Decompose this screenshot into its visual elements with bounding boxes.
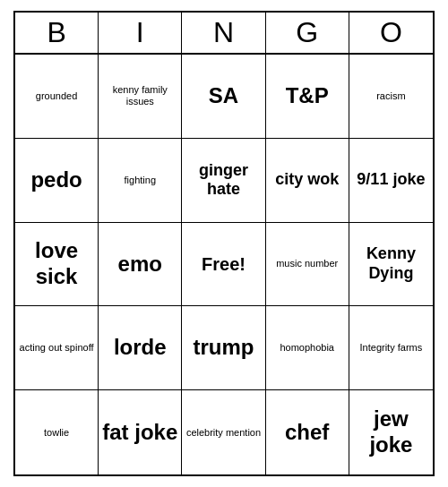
bingo-cell-21: fat joke bbox=[99, 390, 182, 474]
header-letter-g: G bbox=[266, 13, 349, 53]
header-letter-i: I bbox=[99, 13, 182, 53]
bingo-cell-12: Free! bbox=[182, 223, 265, 307]
bingo-cell-19: Integrity farms bbox=[349, 306, 433, 390]
bingo-cell-18: homophobia bbox=[266, 306, 349, 390]
bingo-cell-16: lorde bbox=[99, 306, 182, 390]
bingo-cell-5: pedo bbox=[15, 139, 99, 223]
bingo-cell-3: T&P bbox=[266, 55, 349, 139]
bingo-cell-20: towlie bbox=[15, 390, 99, 474]
bingo-cell-2: SA bbox=[182, 55, 265, 139]
bingo-cell-6: fighting bbox=[99, 139, 182, 223]
bingo-cell-24: jew joke bbox=[349, 390, 433, 474]
bingo-cell-10: love sick bbox=[15, 223, 99, 307]
bingo-cell-17: trump bbox=[182, 306, 265, 390]
bingo-card: BINGO groundedkenny family issuesSAT&Pra… bbox=[13, 11, 435, 476]
bingo-cell-7: ginger hate bbox=[182, 139, 265, 223]
bingo-cell-1: kenny family issues bbox=[99, 55, 182, 139]
bingo-cell-9: 9/11 joke bbox=[349, 139, 433, 223]
bingo-cell-0: grounded bbox=[15, 55, 99, 139]
bingo-cell-15: acting out spinoff bbox=[15, 306, 99, 390]
bingo-cell-11: emo bbox=[99, 223, 182, 307]
bingo-cell-4: racism bbox=[349, 55, 433, 139]
bingo-cell-8: city wok bbox=[266, 139, 349, 223]
header-letter-b: B bbox=[15, 13, 99, 53]
bingo-grid: groundedkenny family issuesSAT&Pracismpe… bbox=[15, 55, 433, 474]
bingo-cell-14: Kenny Dying bbox=[349, 223, 433, 307]
header-letter-n: N bbox=[182, 13, 265, 53]
bingo-header: BINGO bbox=[15, 13, 433, 55]
header-letter-o: O bbox=[349, 13, 433, 53]
bingo-cell-13: music number bbox=[266, 223, 349, 307]
bingo-cell-23: chef bbox=[266, 390, 349, 474]
bingo-cell-22: celebrity mention bbox=[182, 390, 265, 474]
